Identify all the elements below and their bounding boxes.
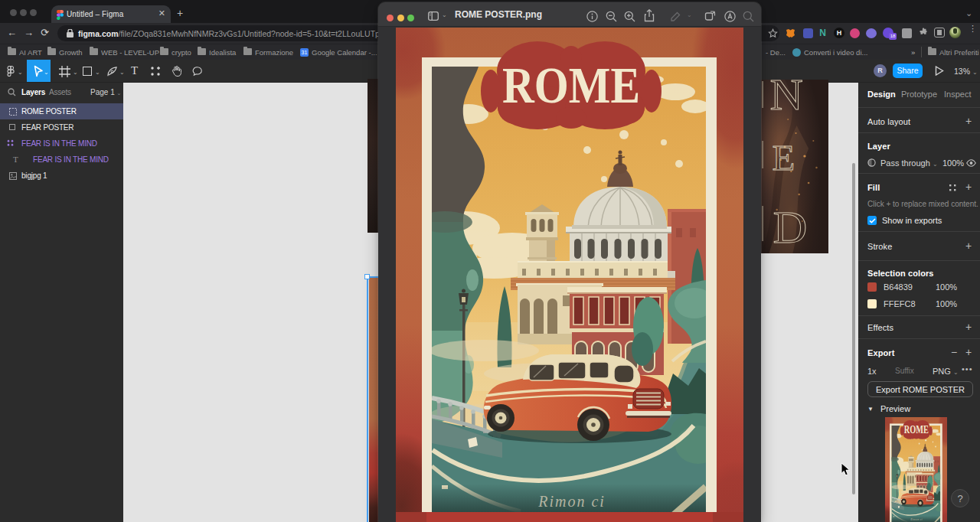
svg-text:E: E	[772, 138, 795, 178]
svg-text:N: N	[769, 80, 802, 119]
svg-text:D: D	[773, 202, 808, 253]
